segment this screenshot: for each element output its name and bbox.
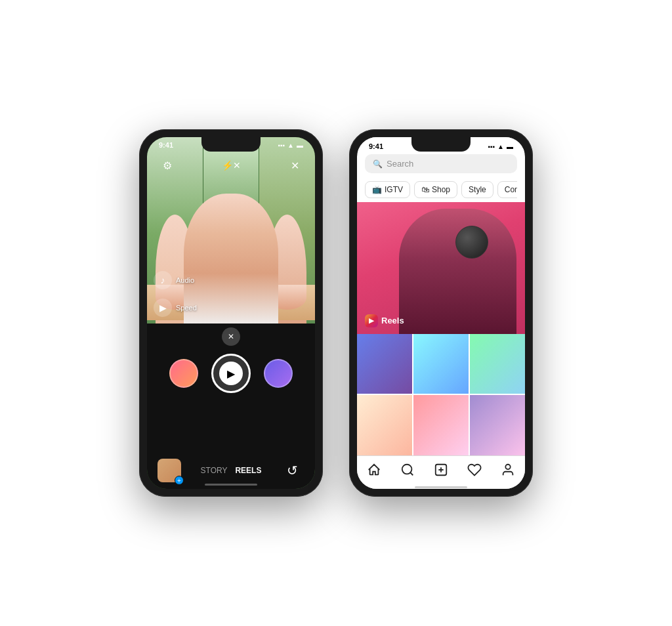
cancel-effect-button[interactable]: ✕: [222, 327, 240, 346]
search-screen: 9:41 ▪▪▪ ▲ ▬ 🔍 Search: [357, 137, 525, 489]
flip-camera-button[interactable]: ↺: [281, 459, 304, 482]
category-tabs: 📺 IGTV 🛍 Shop Style Comics: [365, 178, 517, 202]
search-bar[interactable]: 🔍 Search: [365, 154, 517, 173]
home-nav-button[interactable]: [366, 461, 383, 478]
phones-container: 9:41 ▪▪▪ ▲ ▬ ⚙ ⚡✕ ✕ ♪: [113, 103, 559, 523]
wifi-icon: ▲: [287, 142, 294, 149]
home-indicator-right: [357, 486, 525, 489]
shop-icon: 🛍: [421, 185, 429, 194]
tab-igtv[interactable]: 📺 IGTV: [365, 181, 410, 198]
bottom-nav: [357, 455, 525, 486]
settings-icon[interactable]: ⚙: [158, 156, 177, 175]
filter-purple-button[interactable]: [264, 359, 293, 388]
search-header: 🔍 Search 📺 IGTV 🛍 Shop: [357, 152, 525, 202]
camera-modes: STORY REELS: [201, 466, 262, 475]
close-icon[interactable]: ✕: [285, 156, 304, 175]
audio-tool[interactable]: ♪ Audio: [154, 271, 198, 289]
signal-icon: ▪▪▪: [278, 142, 285, 149]
search-icon: 🔍: [373, 159, 383, 169]
status-time-left: 9:41: [159, 141, 173, 149]
comics-label: Comics: [505, 185, 517, 194]
shop-label: Shop: [432, 185, 450, 194]
grid-cell-4[interactable]: [357, 395, 412, 455]
grid-cell-5[interactable]: [413, 395, 469, 455]
status-time-right: 9:41: [369, 142, 383, 150]
tab-style[interactable]: Style: [461, 181, 494, 198]
explore-content: ▶ Reels: [357, 202, 525, 455]
grid-cell-2[interactable]: [413, 334, 469, 394]
search-nav-button[interactable]: [399, 461, 416, 478]
tab-comics[interactable]: Comics: [497, 181, 517, 198]
filter-glitter-button[interactable]: [169, 359, 198, 388]
story-mode[interactable]: STORY: [201, 466, 228, 475]
camera-top-controls: ⚙ ⚡✕ ✕: [147, 156, 315, 175]
reels-text: Reels: [381, 316, 404, 325]
speed-label: Speed: [176, 304, 197, 312]
battery-icon: ▬: [297, 142, 303, 149]
tab-shop[interactable]: 🛍 Shop: [414, 181, 457, 198]
add-button[interactable]: +: [175, 476, 184, 485]
search-placeholder: Search: [387, 159, 413, 169]
reels-icon: ▶: [365, 314, 378, 327]
camera-nav: + STORY REELS ↺: [147, 459, 315, 482]
style-label: Style: [469, 185, 486, 194]
grid-cell-1[interactable]: [357, 334, 412, 394]
reels-label: ▶ Reels: [365, 314, 404, 327]
svg-point-0: [402, 465, 412, 474]
reels-mode[interactable]: REELS: [235, 466, 261, 475]
reels-hero[interactable]: ▶ Reels: [357, 202, 525, 334]
audio-icon: ♪: [154, 271, 172, 289]
igtv-icon: 📺: [372, 185, 382, 194]
shutter-button[interactable]: ▶: [211, 354, 251, 393]
speed-tool[interactable]: ▶ Speed: [154, 299, 198, 317]
wifi-icon-right: ▲: [497, 143, 504, 150]
phone-left: 9:41 ▪▪▪ ▲ ▬ ⚙ ⚡✕ ✕ ♪: [139, 129, 323, 497]
flash-icon[interactable]: ⚡✕: [221, 156, 241, 175]
status-icons-left: ▪▪▪ ▲ ▬: [278, 142, 303, 149]
svg-point-2: [506, 465, 511, 469]
reels-shutter-icon: ▶: [227, 367, 235, 380]
basketball: [455, 226, 488, 259]
speed-icon: ▶: [154, 299, 172, 317]
shutter-row: ▶: [169, 354, 293, 393]
home-indicator-left: [205, 484, 257, 486]
audio-label: Audio: [176, 276, 194, 284]
phone-right: 9:41 ▪▪▪ ▲ ▬ 🔍 Search: [349, 129, 533, 497]
status-icons-right: ▪▪▪ ▲ ▬: [488, 143, 513, 150]
grid-cell-3[interactable]: [470, 334, 525, 394]
profile-nav-button[interactable]: [499, 461, 516, 478]
person-silhouette: [399, 209, 516, 334]
activity-nav-button[interactable]: [466, 461, 483, 478]
grid-cell-6[interactable]: [470, 395, 525, 455]
explore-grid: [357, 334, 525, 455]
battery-icon-right: ▬: [507, 143, 513, 150]
create-nav-button[interactable]: [432, 461, 450, 478]
notch-right: [411, 137, 471, 152]
signal-icon-right: ▪▪▪: [488, 143, 495, 150]
igtv-label: IGTV: [385, 185, 403, 194]
